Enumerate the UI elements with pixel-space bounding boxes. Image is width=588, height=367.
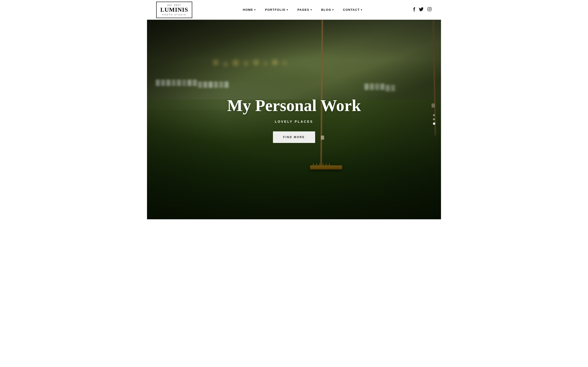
chevron-down-icon: ▾ <box>361 8 363 11</box>
chevron-down-icon: ▾ <box>311 8 312 11</box>
twitter-icon[interactable] <box>419 7 424 12</box>
nav-label-portfolio: PORTFOLIO <box>265 8 285 11</box>
logo[interactable]: est. 2017 LUMINIS PHOTO STUDIO <box>156 2 192 18</box>
hero-subtitle: LOVELY PLACES <box>227 120 361 123</box>
svg-point-1 <box>429 8 430 10</box>
nav-item-contact[interactable]: CONTACT ▾ <box>343 8 363 11</box>
logo-subtitle: PHOTO STUDIO <box>162 14 186 16</box>
slider-dots <box>433 114 435 125</box>
social-icons <box>413 7 432 13</box>
slider-dot-3[interactable] <box>433 123 435 125</box>
find-more-button[interactable]: FIND MORE <box>273 131 315 143</box>
main-nav: HOME ▾ PORTFOLIO ▾ PAGES ▾ BLOG ▾ CONTAC… <box>243 8 363 11</box>
nav-label-home: HOME <box>243 8 253 11</box>
header: est. 2017 LUMINIS PHOTO STUDIO HOME ▾ PO… <box>147 0 441 20</box>
facebook-icon[interactable] <box>413 7 415 13</box>
logo-est: est. 2017 <box>167 4 181 6</box>
chevron-down-icon: ▾ <box>332 8 334 11</box>
svg-point-2 <box>431 8 431 8</box>
hero-section: My Personal Work LOVELY PLACES FIND MORE <box>147 20 441 219</box>
hero-title: My Personal Work <box>227 96 361 115</box>
nav-item-home[interactable]: HOME ▾ <box>243 8 256 11</box>
slider-dot-1[interactable] <box>433 114 435 116</box>
nav-item-blog[interactable]: BLOG ▾ <box>321 8 334 11</box>
nav-label-contact: CONTACT <box>343 8 360 11</box>
instagram-icon[interactable] <box>427 7 432 13</box>
nav-item-portfolio[interactable]: PORTFOLIO ▾ <box>265 8 288 11</box>
nav-label-blog: BLOG <box>321 8 331 11</box>
nav-label-pages: PAGES <box>297 8 309 11</box>
nav-item-pages[interactable]: PAGES ▾ <box>297 8 312 11</box>
hero-content: My Personal Work LOVELY PLACES FIND MORE <box>227 96 361 143</box>
chevron-down-icon: ▾ <box>254 8 256 11</box>
slider-dot-2[interactable] <box>433 118 435 120</box>
chevron-down-icon: ▾ <box>287 8 288 11</box>
logo-name: LUMINIS <box>160 7 188 13</box>
